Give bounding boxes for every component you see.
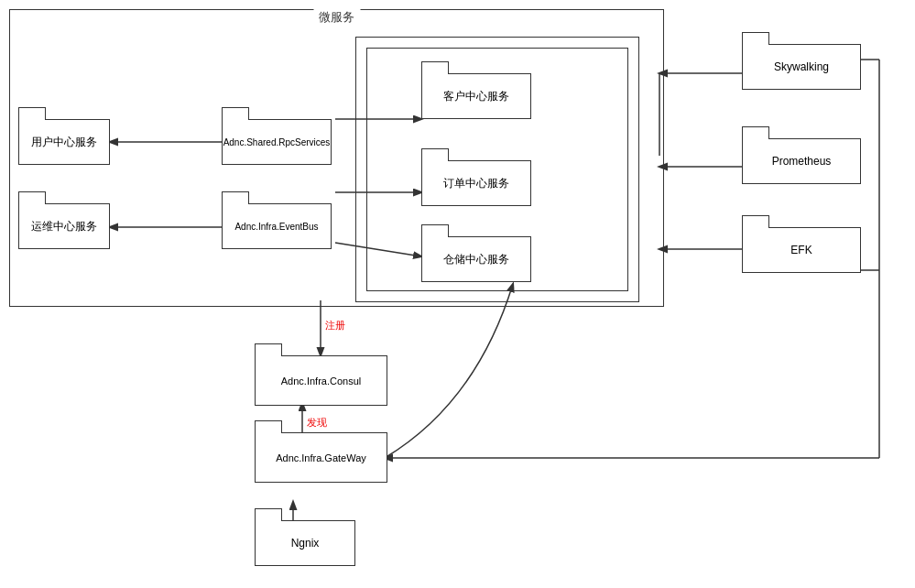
diagram-container: 微服务 用户中心服务 运维中心服务 Adnc.Shared.RpcService…: [0, 0, 915, 588]
skywalking-box: Skywalking: [742, 44, 861, 90]
user-center-tab: [18, 107, 46, 120]
customer-tab: [421, 61, 449, 74]
order-center-box: 订单中心服务: [421, 160, 531, 206]
order-label: 订单中心服务: [443, 176, 509, 191]
skywalking-label: Skywalking: [774, 60, 829, 73]
gateway-tab: [255, 420, 282, 433]
user-center-box: 用户中心服务: [18, 119, 110, 165]
skywalking-tab: [742, 32, 769, 45]
prometheus-tab: [742, 126, 769, 139]
customer-center-box: 客户中心服务: [421, 73, 531, 119]
warehouse-center-box: 仓储中心服务: [421, 236, 531, 282]
warehouse-label: 仓储中心服务: [443, 252, 509, 267]
consul-box: Adnc.Infra.Consul: [255, 355, 387, 406]
event-bus-box: Adnc.Infra.EventBus: [222, 203, 332, 249]
efk-tab: [742, 215, 769, 228]
rpc-label: Adnc.Shared.RpcServices: [223, 137, 331, 147]
rpc-tab: [222, 107, 249, 120]
ops-center-label: 运维中心服务: [31, 219, 97, 234]
ops-center-box: 运维中心服务: [18, 203, 110, 249]
consul-tab: [255, 343, 282, 356]
order-tab: [421, 148, 449, 161]
event-bus-tab: [222, 191, 249, 204]
register-label: 注册: [325, 319, 345, 332]
microservice-title: 微服务: [313, 9, 360, 26]
gateway-label: Adnc.Infra.GateWay: [276, 452, 366, 463]
nginx-label: Ngnix: [291, 537, 320, 550]
event-bus-label: Adnc.Infra.EventBus: [234, 222, 318, 232]
nginx-box: Ngnix: [255, 520, 355, 566]
customer-label: 客户中心服务: [443, 89, 509, 104]
ops-center-tab: [18, 191, 46, 204]
prometheus-label: Prometheus: [772, 155, 832, 168]
prometheus-box: Prometheus: [742, 138, 861, 184]
gateway-box: Adnc.Infra.GateWay: [255, 432, 387, 483]
nginx-tab: [255, 508, 282, 521]
consul-label: Adnc.Infra.Consul: [281, 376, 361, 387]
efk-label: EFK: [790, 244, 812, 256]
discover-label: 发现: [307, 416, 327, 430]
efk-box: EFK: [742, 227, 861, 273]
user-center-label: 用户中心服务: [31, 135, 97, 150]
warehouse-tab: [421, 224, 449, 237]
rpc-services-box: Adnc.Shared.RpcServices: [222, 119, 332, 165]
